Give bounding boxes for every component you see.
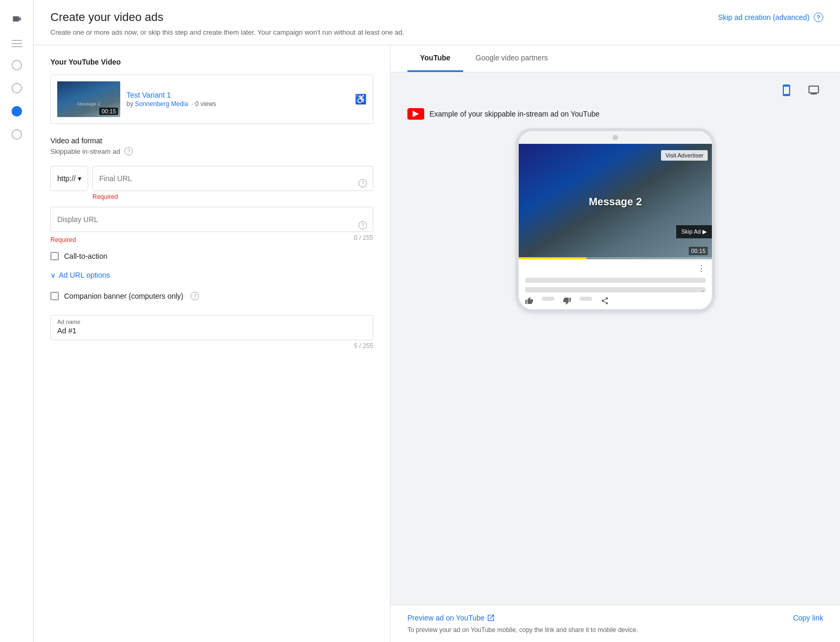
preview-bottom: Preview ad on YouTube Copy link To previ… xyxy=(391,605,840,642)
remove-video-button[interactable]: ♿ xyxy=(355,93,366,105)
companion-banner-checkbox[interactable] xyxy=(50,292,59,300)
thumbs-up-icon[interactable] xyxy=(525,297,533,305)
skip-ad-button[interactable]: Skip Ad ▶ xyxy=(676,225,712,238)
youtube-logo-icon xyxy=(407,108,424,120)
tab-google-video-partners[interactable]: Google video partners xyxy=(463,45,561,72)
video-info: Test Variant 1 by Sonnenberg Media · 0 v… xyxy=(127,91,349,108)
body-area: Your YouTube Video Message 2 00:15 Test … xyxy=(34,45,840,642)
phone-mockup: Message 2 Visit Advertiser Skip Ad ▶ 00:… xyxy=(516,128,715,312)
yt-label-row: Example of your skippable in-stream ad o… xyxy=(407,108,600,120)
skeleton-count-2 xyxy=(580,297,592,301)
sidebar-progress-dashes xyxy=(12,40,22,47)
page-subtitle: Create one or more ads now, or skip this… xyxy=(50,28,823,36)
format-section: Video ad format Skippable in-stream ad ? xyxy=(50,136,373,155)
ad-name-field: Ad name xyxy=(50,315,373,340)
display-url-wrap: ? Required 0 / 255 xyxy=(50,207,373,244)
skeleton-line-2: ⌄ xyxy=(525,287,706,292)
ad-name-section: Ad name 5 / 255 xyxy=(50,315,373,350)
ad-url-options-label: Ad URL options xyxy=(59,271,110,279)
your-video-section-title: Your YouTube Video xyxy=(50,58,373,66)
protocol-select[interactable]: http:// ▾ xyxy=(50,166,88,191)
thumbs-down-icon[interactable] xyxy=(563,297,571,305)
phone-notch xyxy=(519,131,712,144)
call-to-action-label: Call-to-action xyxy=(64,252,107,260)
display-url-input[interactable] xyxy=(50,207,373,232)
chevron-down-icon: ∨ xyxy=(50,271,56,279)
preview-area: Example of your skippable in-stream ad o… xyxy=(391,104,840,325)
video-player: Message 2 Visit Advertiser Skip Ad ▶ 00:… xyxy=(519,144,712,259)
call-to-action-checkbox[interactable] xyxy=(50,252,59,260)
sidebar-video-icon[interactable] xyxy=(8,10,25,27)
progress-bar-fill xyxy=(519,257,586,259)
copy-link-button[interactable]: Copy link xyxy=(793,614,823,622)
skeleton-line-1 xyxy=(525,278,706,283)
ad-name-char-count: 5 / 255 xyxy=(354,342,373,350)
preview-label: Example of your skippable in-stream ad o… xyxy=(429,110,600,118)
skip-help-icon[interactable]: ? xyxy=(814,13,823,22)
tab-youtube[interactable]: YouTube xyxy=(407,45,463,72)
protocol-chevron-icon: ▾ xyxy=(78,174,81,183)
sidebar-step-2[interactable] xyxy=(12,83,22,93)
thumbnail-message: Message 2 xyxy=(77,101,100,107)
skip-creation-link[interactable]: Skip ad creation (advanced) xyxy=(718,13,810,22)
device-bar xyxy=(391,72,840,104)
video-timer: 00:15 xyxy=(689,247,708,255)
display-url-char-count: 0 / 255 xyxy=(354,234,373,244)
preview-hint: To preview your ad on YouTube mobile, co… xyxy=(407,626,670,634)
action-row xyxy=(525,297,706,305)
display-url-help-icon[interactable]: ? xyxy=(359,221,367,229)
final-url-input[interactable] xyxy=(92,166,373,191)
format-label: Video ad format xyxy=(50,136,373,145)
video-channel-link[interactable]: Sonnenberg Media xyxy=(135,100,188,108)
display-url-hint: Required 0 / 255 xyxy=(50,234,373,244)
companion-banner-row: Companion banner (computers only) ? xyxy=(50,292,373,300)
share-icon[interactable] xyxy=(601,297,609,305)
final-url-wrap: ? Required xyxy=(92,166,373,201)
companion-banner-label: Companion banner (computers only) xyxy=(64,292,183,300)
sidebar-step-3-active[interactable] xyxy=(12,106,22,117)
video-duration: 00:15 xyxy=(99,108,118,115)
desktop-device-button[interactable] xyxy=(804,81,823,100)
format-sublabel: Skippable in-stream ad ? xyxy=(50,147,373,155)
tabs-bar: YouTube Google video partners xyxy=(391,45,840,72)
final-url-required: Required xyxy=(92,193,373,201)
page-header: Create your video ads Skip ad creation (… xyxy=(34,0,840,45)
video-meta: by Sonnenberg Media · 0 views xyxy=(127,100,349,108)
progress-bar-container xyxy=(519,257,712,259)
sidebar-step-1[interactable] xyxy=(12,60,22,70)
sidebar xyxy=(0,0,34,642)
visit-advertiser-button[interactable]: Visit Advertiser xyxy=(661,150,708,161)
sidebar-step-4[interactable] xyxy=(12,129,22,140)
video-thumbnail: Message 2 00:15 xyxy=(57,81,120,117)
preview-bottom-top: Preview ad on YouTube Copy link xyxy=(407,614,823,622)
left-panel: Your YouTube Video Message 2 00:15 Test … xyxy=(34,45,391,642)
phone-content: ⋮ ⌄ xyxy=(519,259,712,309)
video-card: Message 2 00:15 Test Variant 1 by Sonnen… xyxy=(50,75,373,124)
right-panel: YouTube Google video partners xyxy=(391,45,840,642)
preview-ad-link[interactable]: Preview ad on YouTube xyxy=(407,614,495,622)
format-help-icon[interactable]: ? xyxy=(124,147,133,155)
url-help-icon[interactable]: ? xyxy=(359,179,367,187)
page-title: Create your video ads xyxy=(50,10,163,24)
ad-url-options[interactable]: ∨ Ad URL options xyxy=(50,271,373,279)
phone-notch-circle xyxy=(613,135,618,140)
display-url-required: Required xyxy=(50,236,76,244)
ad-name-input[interactable] xyxy=(57,327,366,335)
url-row: http:// ▾ ? Required xyxy=(50,166,373,201)
companion-help-icon[interactable]: ? xyxy=(191,292,199,300)
call-to-action-row: Call-to-action xyxy=(50,252,373,260)
menu-dots-icon[interactable]: ⋮ xyxy=(525,264,706,273)
mobile-device-button[interactable] xyxy=(777,81,796,100)
video-message-overlay: Message 2 xyxy=(589,196,642,208)
ad-name-footer: 5 / 255 xyxy=(50,342,373,350)
video-views: 0 views xyxy=(195,100,216,108)
protocol-value: http:// xyxy=(57,174,76,183)
main-content: Create your video ads Skip ad creation (… xyxy=(34,0,840,642)
ad-name-label: Ad name xyxy=(57,319,80,325)
video-title[interactable]: Test Variant 1 xyxy=(127,91,349,99)
skeleton-count-1 xyxy=(542,297,554,301)
